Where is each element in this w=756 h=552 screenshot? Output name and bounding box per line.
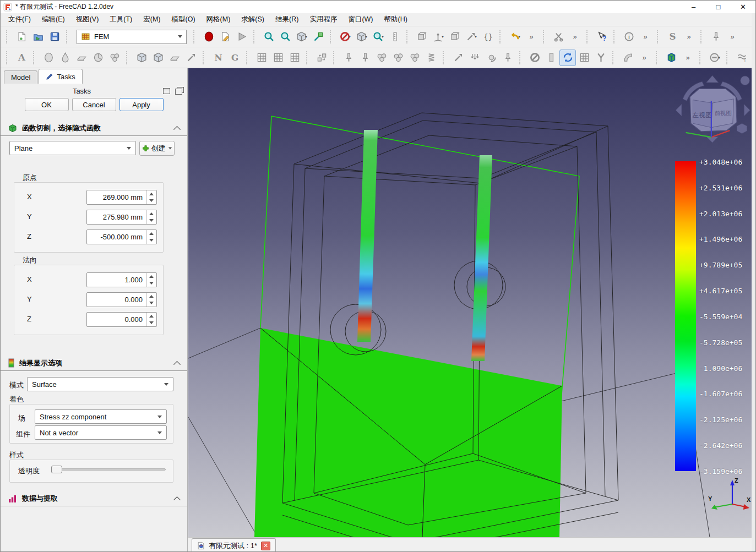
tilt-down-arrow[interactable] — [706, 136, 719, 143]
open-file-button[interactable] — [30, 29, 46, 45]
tab-tasks[interactable]: Tasks — [39, 69, 82, 84]
normal-x-value[interactable]: 1.000 — [87, 273, 146, 287]
droplet-button[interactable] — [57, 50, 73, 66]
edit-macro-button[interactable] — [217, 29, 233, 45]
measure-button[interactable] — [387, 29, 403, 45]
fem-mesh-box-button[interactable] — [133, 50, 150, 66]
ok-button[interactable]: OK — [25, 98, 69, 111]
toolbar-grip[interactable] — [6, 51, 11, 64]
field-select[interactable]: Stress zz component — [35, 409, 167, 424]
spheres-button[interactable] — [106, 50, 123, 66]
pressure-arrows-button[interactable] — [466, 50, 483, 66]
section-data-extraction-header[interactable]: 数据与提取 — [1, 491, 187, 506]
origin-x-value[interactable]: 269.000 mm — [87, 190, 146, 204]
beam-column-button[interactable] — [543, 50, 559, 66]
whats-this-button[interactable] — [594, 29, 610, 45]
gmsh-mesh-button[interactable] — [226, 50, 243, 66]
constraint-probe-button[interactable] — [357, 50, 373, 66]
document-tab[interactable]: 有限元测试 : 1* ✕ — [192, 538, 276, 552]
record-macro-button[interactable] — [200, 29, 217, 45]
toolbar-overflow[interactable]: » — [567, 29, 583, 45]
deactivate-button[interactable] — [526, 50, 543, 66]
toolbar-overflow[interactable]: » — [636, 50, 652, 66]
go-to-selection-button[interactable] — [310, 29, 327, 45]
close-document-button[interactable]: ✕ — [261, 542, 270, 550]
magnet-spheres-button[interactable] — [390, 50, 406, 66]
menu-help[interactable]: 帮助(H) — [379, 13, 413, 26]
menu-view[interactable]: 视图(V) — [70, 13, 105, 26]
section-function-cut-header[interactable]: 函数切割，选择隐式函数 — [1, 121, 187, 136]
slider-handle[interactable] — [51, 466, 62, 473]
menu-edit[interactable]: 编辑(E) — [36, 13, 70, 26]
placement-button[interactable]: ▾ — [430, 29, 447, 45]
post-pipeline-button[interactable] — [733, 50, 750, 66]
cancel-button[interactable]: Cancel — [72, 98, 116, 111]
mesh-table-button[interactable] — [253, 50, 270, 66]
expression-button[interactable] — [480, 29, 496, 45]
normal-x-spin-buttons[interactable] — [146, 273, 156, 287]
result-show-button[interactable] — [663, 50, 679, 66]
filter-clip-button[interactable]: ▾ — [706, 50, 723, 66]
origin-y-value[interactable]: 275.980 mm — [87, 210, 146, 224]
dressup-tool-button[interactable] — [708, 29, 724, 45]
electro-spheres-button[interactable] — [373, 50, 390, 66]
close-button[interactable]: ✕ — [731, 1, 755, 13]
share-view-button[interactable]: ▾ — [463, 29, 480, 45]
zoom-out-button[interactable] — [277, 29, 293, 45]
menu-tools[interactable]: 工具(T) — [104, 13, 138, 26]
mesh-swap-button[interactable] — [313, 50, 330, 66]
function-type-select[interactable]: Plane — [9, 141, 136, 155]
toolbar-overflow[interactable]: » — [523, 29, 540, 45]
section-cut-button[interactable]: ▾ — [353, 29, 370, 45]
netgen-mesh-button[interactable] — [210, 50, 226, 66]
fem-mesh-cut-button[interactable] — [150, 50, 166, 66]
refresh-results-button[interactable] — [559, 50, 576, 66]
zoom-region-button[interactable]: ▾ — [370, 29, 387, 45]
pan-left-arrow[interactable] — [676, 104, 682, 116]
isometric-view-button[interactable]: ▾ — [293, 29, 310, 45]
toolbar-overflow[interactable]: » — [724, 29, 741, 45]
menu-solve[interactable]: 求解(S) — [236, 13, 270, 26]
navcube-left-face-label[interactable]: 左视图 — [692, 111, 712, 119]
navcube-mini-cube[interactable] — [737, 123, 747, 134]
navcube-front-face-label[interactable]: 前视图 — [715, 110, 732, 116]
toolbar-overflow[interactable]: » — [637, 29, 654, 45]
component-select[interactable]: Not a vector — [35, 425, 167, 440]
menu-model[interactable]: 模型(O) — [166, 13, 201, 26]
menu-results[interactable]: 结果(R) — [270, 13, 304, 26]
pie-cut-button[interactable] — [90, 50, 106, 66]
navcube-menu-button[interactable] — [741, 76, 750, 85]
spring-button[interactable] — [423, 50, 439, 66]
navigation-cube[interactable]: 左视图 前视图 — [676, 73, 752, 150]
clip-region-button[interactable] — [73, 50, 90, 66]
menu-utilities[interactable]: 实用程序 — [304, 13, 342, 26]
menu-file[interactable]: 文件(F) — [3, 13, 36, 26]
workbench-selector[interactable]: FEM — [77, 30, 187, 44]
fem-mesh-flat-button[interactable] — [166, 50, 183, 66]
measure-info-button[interactable] — [621, 29, 637, 45]
navcube-body[interactable]: 左视图 前视图 — [690, 89, 737, 132]
origin-y-spin-buttons[interactable] — [146, 210, 156, 224]
fem-mesh-arrow-button[interactable] — [183, 50, 199, 66]
apply-button[interactable]: Apply — [119, 98, 164, 111]
ellipsoid-button[interactable] — [40, 50, 57, 66]
toolbar-overflow[interactable]: » — [679, 50, 696, 66]
annotation-button[interactable] — [13, 50, 30, 66]
pin-support-button[interactable] — [499, 50, 516, 66]
tab-model[interactable]: Model — [4, 70, 37, 84]
rotation-button[interactable] — [483, 50, 499, 66]
minimize-button[interactable]: – — [681, 1, 706, 13]
zoom-in-button[interactable] — [260, 29, 277, 45]
toolbar-grip[interactable] — [6, 30, 11, 43]
create-function-button[interactable]: 创建 — [139, 141, 175, 156]
mesh-region-button[interactable] — [270, 50, 286, 66]
surface-tool-button[interactable] — [664, 29, 681, 45]
toolbar-grip[interactable] — [66, 30, 71, 43]
cut-button[interactable] — [550, 29, 567, 45]
group-button[interactable] — [447, 29, 463, 45]
float-panel-icon[interactable] — [175, 89, 182, 95]
normal-y-value[interactable]: 0.000 — [87, 293, 146, 307]
origin-z-spin-buttons[interactable] — [146, 230, 156, 244]
current-spheres-button[interactable] — [406, 50, 423, 66]
save-file-button[interactable] — [46, 29, 63, 45]
